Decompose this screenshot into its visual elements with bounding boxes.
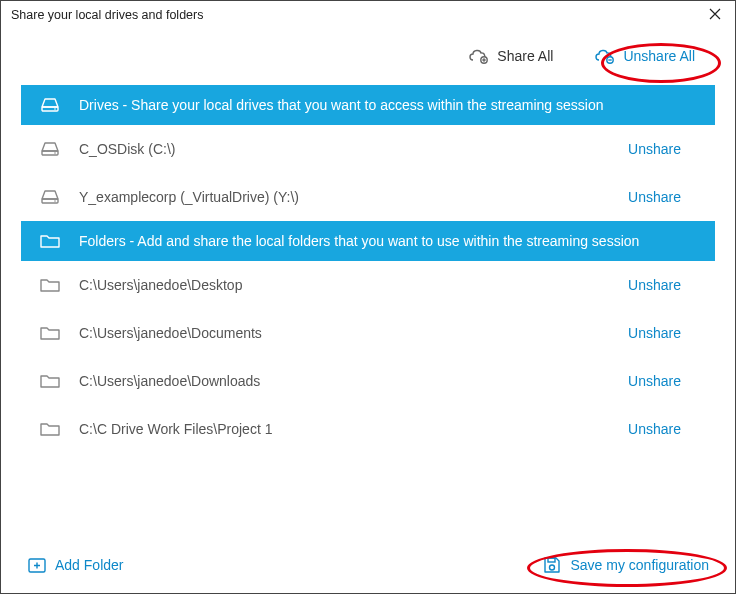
- folder-row: C:\Users\janedoe\Documents Unshare: [21, 309, 715, 357]
- folder-row: C:\C Drive Work Files\Project 1 Unshare: [21, 405, 715, 453]
- save-configuration-label: Save my configuration: [570, 557, 709, 573]
- unshare-button[interactable]: Unshare: [628, 373, 697, 389]
- save-icon: [542, 555, 562, 575]
- drives-section-header: Drives - Share your local drives that yo…: [21, 85, 715, 125]
- save-configuration-button[interactable]: Save my configuration: [542, 555, 709, 575]
- folder-icon: [39, 373, 61, 389]
- folder-label: C:\Users\janedoe\Downloads: [79, 373, 610, 389]
- folders-section-header: Folders - Add and share the local folder…: [21, 221, 715, 261]
- add-folder-label: Add Folder: [55, 557, 123, 573]
- unshare-all-label: Unshare All: [623, 48, 695, 64]
- svg-point-10: [550, 565, 555, 570]
- drive-icon: [39, 141, 61, 157]
- share-all-button[interactable]: Share All: [467, 47, 553, 65]
- top-actions: Share All Unshare All: [1, 29, 735, 85]
- folder-icon: [39, 421, 61, 437]
- add-folder-icon: [27, 556, 47, 574]
- svg-point-3: [54, 108, 56, 110]
- svg-rect-9: [548, 558, 555, 562]
- drive-icon: [39, 189, 61, 205]
- share-all-label: Share All: [497, 48, 553, 64]
- add-folder-button[interactable]: Add Folder: [27, 556, 123, 574]
- cloud-share-icon: [467, 47, 489, 65]
- folder-label: C:\Users\janedoe\Documents: [79, 325, 610, 341]
- folder-icon: [39, 325, 61, 341]
- close-button[interactable]: [705, 7, 725, 23]
- drive-label: C_OSDisk (C:\): [79, 141, 610, 157]
- drive-icon: [39, 97, 61, 113]
- unshare-button[interactable]: Unshare: [628, 325, 697, 341]
- unshare-button[interactable]: Unshare: [628, 189, 697, 205]
- folder-label: C:\C Drive Work Files\Project 1: [79, 421, 610, 437]
- folder-row: C:\Users\janedoe\Downloads Unshare: [21, 357, 715, 405]
- drive-label: Y_examplecorp (_VirtualDrive) (Y:\): [79, 189, 610, 205]
- folder-icon: [39, 233, 61, 249]
- svg-point-5: [54, 152, 56, 154]
- close-icon: [709, 8, 721, 20]
- folder-row: C:\Users\janedoe\Desktop Unshare: [21, 261, 715, 309]
- share-list: Drives - Share your local drives that yo…: [1, 85, 735, 541]
- unshare-all-button[interactable]: Unshare All: [593, 47, 695, 65]
- window-title: Share your local drives and folders: [11, 8, 203, 22]
- share-drives-dialog: Share your local drives and folders Shar…: [0, 0, 736, 594]
- dialog-footer: Add Folder Save my configuration: [1, 541, 735, 593]
- unshare-button[interactable]: Unshare: [628, 141, 697, 157]
- folder-label: C:\Users\janedoe\Desktop: [79, 277, 610, 293]
- cloud-unshare-icon: [593, 47, 615, 65]
- svg-point-7: [54, 200, 56, 202]
- drives-header-text: Drives - Share your local drives that yo…: [79, 97, 603, 113]
- drive-row: C_OSDisk (C:\) Unshare: [21, 125, 715, 173]
- titlebar: Share your local drives and folders: [1, 1, 735, 29]
- folder-icon: [39, 277, 61, 293]
- folders-header-text: Folders - Add and share the local folder…: [79, 233, 639, 249]
- unshare-button[interactable]: Unshare: [628, 421, 697, 437]
- drive-row: Y_examplecorp (_VirtualDrive) (Y:\) Unsh…: [21, 173, 715, 221]
- unshare-button[interactable]: Unshare: [628, 277, 697, 293]
